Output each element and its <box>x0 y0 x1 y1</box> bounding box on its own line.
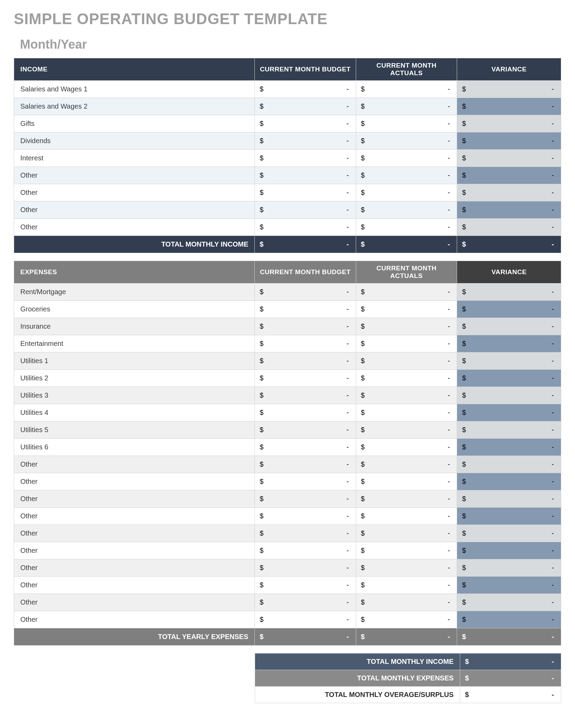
expense-variance-cell[interactable]: $- <box>457 283 561 301</box>
expense-budget-cell[interactable]: $- <box>255 594 356 611</box>
expense-budget-cell[interactable]: $- <box>255 525 356 542</box>
expense-actuals-cell[interactable]: $- <box>356 594 457 611</box>
expense-budget-cell[interactable]: $- <box>255 456 356 473</box>
expense-actuals-cell[interactable]: $- <box>356 404 457 421</box>
expense-budget-cell[interactable]: $- <box>255 370 356 387</box>
expense-budget-cell[interactable]: $- <box>255 352 356 370</box>
expense-variance-cell[interactable]: $- <box>457 335 561 352</box>
expense-budget-cell[interactable]: $- <box>255 439 356 456</box>
expense-actuals-cell[interactable]: $- <box>356 559 457 577</box>
expense-actuals-cell[interactable]: $- <box>356 421 457 439</box>
income-row-label[interactable]: Salaries and Wages 1 <box>14 81 255 98</box>
income-row-label[interactable]: Other <box>14 184 255 201</box>
expense-variance-cell[interactable]: $- <box>457 559 561 577</box>
expense-budget-cell[interactable]: $- <box>255 490 356 508</box>
expense-actuals-cell[interactable]: $- <box>356 370 457 387</box>
expense-actuals-cell[interactable]: $- <box>356 490 457 508</box>
expense-row-label[interactable]: Other <box>14 525 255 542</box>
income-budget-cell[interactable]: $- <box>255 115 356 132</box>
expense-budget-cell[interactable]: $- <box>255 421 356 439</box>
income-variance-cell[interactable]: $- <box>457 219 561 236</box>
expense-row-label[interactable]: Other <box>14 611 255 628</box>
expense-budget-cell[interactable]: $- <box>255 283 356 301</box>
expense-actuals-cell[interactable]: $- <box>356 387 457 404</box>
expense-variance-cell[interactable]: $- <box>457 525 561 542</box>
expense-actuals-cell[interactable]: $- <box>356 611 457 628</box>
income-actuals-cell[interactable]: $- <box>356 150 457 167</box>
income-row-label[interactable]: Salaries and Wages 2 <box>14 98 255 115</box>
expense-actuals-cell[interactable]: $- <box>356 283 457 301</box>
expense-variance-cell[interactable]: $- <box>457 421 561 439</box>
income-variance-cell[interactable]: $- <box>457 81 561 98</box>
income-actuals-cell[interactable]: $- <box>356 184 457 201</box>
expense-actuals-cell[interactable]: $- <box>356 352 457 370</box>
expense-row-label[interactable]: Utilities 1 <box>14 352 255 370</box>
expense-actuals-cell[interactable]: $- <box>356 318 457 335</box>
expense-row-label[interactable]: Entertainment <box>14 335 255 352</box>
expense-row-label[interactable]: Other <box>14 473 255 490</box>
income-actuals-cell[interactable]: $- <box>356 201 457 219</box>
expense-row-label[interactable]: Utilities 6 <box>14 439 255 456</box>
income-variance-cell[interactable]: $- <box>457 184 561 201</box>
income-budget-cell[interactable]: $- <box>255 219 356 236</box>
income-actuals-cell[interactable]: $- <box>356 167 457 184</box>
expense-row-label[interactable]: Other <box>14 559 255 577</box>
income-budget-cell[interactable]: $- <box>255 98 356 115</box>
expense-budget-cell[interactable]: $- <box>255 577 356 594</box>
expense-actuals-cell[interactable]: $- <box>356 301 457 318</box>
expense-variance-cell[interactable]: $- <box>457 542 561 559</box>
income-actuals-cell[interactable]: $- <box>356 132 457 150</box>
income-variance-cell[interactable]: $- <box>457 167 561 184</box>
income-variance-cell[interactable]: $- <box>457 98 561 115</box>
income-row-label[interactable]: Dividends <box>14 132 255 150</box>
expense-budget-cell[interactable]: $- <box>255 318 356 335</box>
income-row-label[interactable]: Gifts <box>14 115 255 132</box>
income-variance-cell[interactable]: $- <box>457 150 561 167</box>
income-budget-cell[interactable]: $- <box>255 201 356 219</box>
expense-actuals-cell[interactable]: $- <box>356 439 457 456</box>
expense-variance-cell[interactable]: $- <box>457 404 561 421</box>
expense-actuals-cell[interactable]: $- <box>356 473 457 490</box>
expense-variance-cell[interactable]: $- <box>457 490 561 508</box>
expense-variance-cell[interactable]: $- <box>457 577 561 594</box>
income-budget-cell[interactable]: $- <box>255 184 356 201</box>
expense-actuals-cell[interactable]: $- <box>356 508 457 525</box>
income-variance-cell[interactable]: $- <box>457 115 561 132</box>
income-variance-cell[interactable]: $- <box>457 201 561 219</box>
expense-row-label[interactable]: Other <box>14 594 255 611</box>
income-actuals-cell[interactable]: $- <box>356 115 457 132</box>
expense-actuals-cell[interactable]: $- <box>356 335 457 352</box>
expense-actuals-cell[interactable]: $- <box>356 456 457 473</box>
expense-variance-cell[interactable]: $- <box>457 387 561 404</box>
income-budget-cell[interactable]: $- <box>255 132 356 150</box>
expense-row-label[interactable]: Other <box>14 508 255 525</box>
expense-row-label[interactable]: Insurance <box>14 318 255 335</box>
expense-row-label[interactable]: Utilities 3 <box>14 387 255 404</box>
expense-budget-cell[interactable]: $- <box>255 301 356 318</box>
income-row-label[interactable]: Other <box>14 167 255 184</box>
expense-row-label[interactable]: Rent/Mortgage <box>14 283 255 301</box>
expense-row-label[interactable]: Utilities 5 <box>14 421 255 439</box>
expense-actuals-cell[interactable]: $- <box>356 542 457 559</box>
income-variance-cell[interactable]: $- <box>457 132 561 150</box>
income-row-label[interactable]: Other <box>14 219 255 236</box>
expense-variance-cell[interactable]: $- <box>457 370 561 387</box>
expense-row-label[interactable]: Utilities 4 <box>14 404 255 421</box>
income-budget-cell[interactable]: $- <box>255 150 356 167</box>
expense-row-label[interactable]: Groceries <box>14 301 255 318</box>
income-actuals-cell[interactable]: $- <box>356 98 457 115</box>
expense-budget-cell[interactable]: $- <box>255 387 356 404</box>
expense-variance-cell[interactable]: $- <box>457 352 561 370</box>
expense-variance-cell[interactable]: $- <box>457 456 561 473</box>
income-actuals-cell[interactable]: $- <box>356 81 457 98</box>
expense-row-label[interactable]: Other <box>14 577 255 594</box>
expense-budget-cell[interactable]: $- <box>255 508 356 525</box>
expense-budget-cell[interactable]: $- <box>255 404 356 421</box>
expense-actuals-cell[interactable]: $- <box>356 525 457 542</box>
expense-variance-cell[interactable]: $- <box>457 318 561 335</box>
expense-row-label[interactable]: Other <box>14 456 255 473</box>
expense-budget-cell[interactable]: $- <box>255 542 356 559</box>
expense-row-label[interactable]: Other <box>14 490 255 508</box>
income-row-label[interactable]: Other <box>14 201 255 219</box>
income-actuals-cell[interactable]: $- <box>356 219 457 236</box>
